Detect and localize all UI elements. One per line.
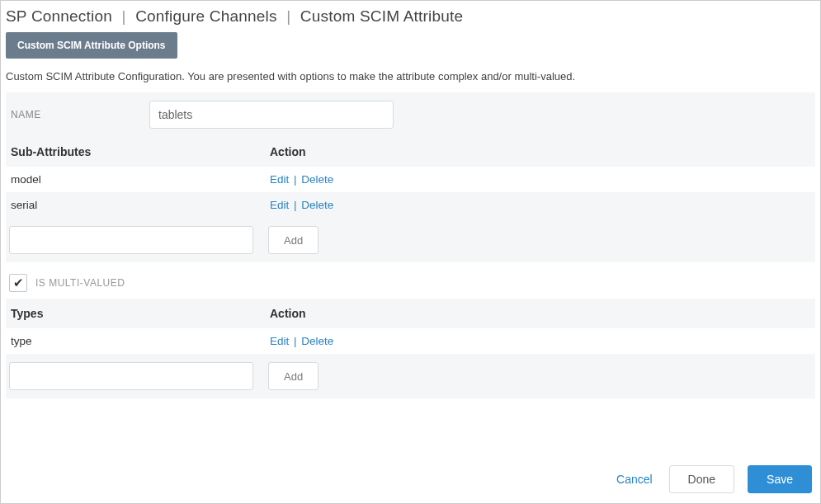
type-name: type: [6, 328, 265, 354]
add-sub-attribute-button[interactable]: Add: [268, 226, 318, 254]
table-row: model Edit | Delete: [6, 167, 815, 192]
is-multi-valued-checkbox[interactable]: ✔: [9, 274, 27, 292]
breadcrumb-separator: |: [117, 7, 131, 25]
sub-attribute-name: serial: [6, 192, 265, 218]
edit-link[interactable]: Edit: [270, 199, 289, 211]
breadcrumb-item: Custom SCIM Attribute: [300, 7, 463, 25]
action-separator: |: [292, 173, 299, 186]
cancel-button[interactable]: Cancel: [613, 468, 656, 491]
delete-link[interactable]: Delete: [301, 199, 333, 211]
add-type-button[interactable]: Add: [268, 362, 318, 390]
edit-link[interactable]: Edit: [270, 173, 289, 186]
new-type-input[interactable]: [9, 362, 253, 390]
sub-attributes-header-action: Action: [265, 137, 815, 167]
done-button[interactable]: Done: [669, 465, 734, 493]
table-row: type Edit | Delete: [6, 328, 815, 354]
types-header-name: Types: [6, 299, 265, 328]
name-input[interactable]: [149, 101, 394, 129]
breadcrumb-item: SP Connection: [6, 7, 112, 25]
tab-custom-scim-attribute-options[interactable]: Custom SCIM Attribute Options: [6, 32, 177, 59]
name-label: NAME: [9, 109, 149, 120]
delete-link[interactable]: Delete: [301, 173, 333, 186]
is-multi-valued-label: IS MULTI-VALUED: [35, 277, 125, 289]
table-row: serial Edit | Delete: [6, 192, 815, 218]
breadcrumb: SP Connection | Configure Channels | Cus…: [1, 1, 820, 31]
new-sub-attribute-input[interactable]: [9, 226, 253, 254]
types-header-action: Action: [265, 299, 815, 328]
description-text: Custom SCIM Attribute Configuration. You…: [1, 67, 820, 92]
sub-attribute-name: model: [6, 167, 265, 192]
delete-link[interactable]: Delete: [301, 335, 333, 347]
edit-link[interactable]: Edit: [270, 335, 289, 347]
breadcrumb-item: Configure Channels: [135, 7, 277, 25]
breadcrumb-separator: |: [281, 7, 295, 25]
action-separator: |: [292, 199, 299, 211]
save-button[interactable]: Save: [748, 465, 812, 493]
action-separator: |: [292, 335, 299, 347]
sub-attributes-header-name: Sub-Attributes: [6, 137, 265, 167]
